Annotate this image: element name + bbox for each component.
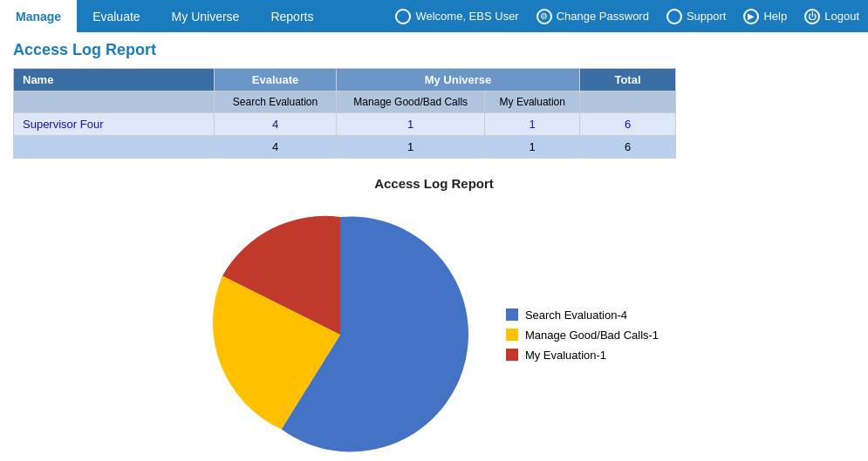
tab-manage[interactable]: Manage [0, 0, 77, 32]
tab-evaluate[interactable]: Evaluate [77, 0, 155, 32]
support-action[interactable]: 👤 Support [658, 0, 735, 32]
col-header-name: Name [14, 69, 215, 92]
person-icon: 👤 [395, 9, 411, 24]
cell-total: 6 [580, 113, 676, 136]
total-myeval-cell: 1 [485, 136, 580, 159]
table-row: Supervisor Four 4 1 1 6 [14, 113, 676, 136]
legend-label-myeval: My Evaluation-1 [525, 349, 606, 362]
col-header-myuniverse: My Universe [337, 69, 580, 92]
legend-color-search [506, 308, 518, 321]
legend-color-myeval [506, 349, 518, 361]
page-title: Access Log Report [13, 41, 855, 59]
legend-item-myeval: My Evaluation-1 [506, 349, 659, 362]
logout-action[interactable]: ⏻ Logout [796, 0, 868, 32]
report-table: Name Evaluate My Universe Total Search E… [13, 68, 676, 159]
cell-name: Supervisor Four [14, 113, 215, 136]
subheader-total [580, 92, 676, 113]
change-password-action[interactable]: ⚙ Change Password [528, 0, 658, 32]
total-evaluate-cell: 4 [215, 136, 337, 159]
help-icon: ▶ [743, 9, 759, 24]
total-manage-cell: 1 [337, 136, 485, 159]
total-total-cell: 6 [580, 136, 676, 159]
col-header-evaluate: Evaluate [215, 69, 337, 92]
pie-chart [209, 204, 471, 461]
welcome-action[interactable]: 👤 Welcome, EBS User [386, 0, 527, 32]
subheader-name [14, 92, 215, 113]
chart-title: Access Log Report [374, 176, 494, 191]
table-total-row: 4 1 1 6 [14, 136, 676, 159]
navbar: Manage Evaluate My Universe Reports 👤 We… [0, 0, 868, 32]
subheader-my-eval: My Evaluation [485, 92, 580, 113]
col-header-total: Total [580, 69, 676, 92]
chart-legend: Search Evaluation-4 Manage Good/Bad Call… [506, 308, 659, 362]
tab-reports[interactable]: Reports [255, 0, 329, 32]
cell-manage-calls: 1 [337, 113, 485, 136]
pie-svg [209, 204, 471, 461]
legend-label-search: Search Evaluation-4 [525, 308, 627, 322]
subheader-search-eval: Search Evaluation [215, 92, 337, 113]
chart-container: Search Evaluation-4 Manage Good/Bad Call… [209, 204, 659, 461]
legend-color-manage [506, 329, 518, 341]
chart-section: Access Log Report [13, 176, 855, 461]
cell-my-evaluation: 1 [485, 113, 580, 136]
subheader-manage-calls: Manage Good/Bad Calls [337, 92, 485, 113]
tab-myuniverse[interactable]: My Universe [156, 0, 256, 32]
cell-evaluate: 4 [215, 113, 337, 136]
gear-icon: ⚙ [537, 9, 552, 24]
content-area: Access Log Report Name Evaluate My Unive… [0, 32, 868, 461]
power-icon: ⏻ [804, 9, 820, 24]
nav-actions: 👤 Welcome, EBS User ⚙ Change Password 👤 … [386, 0, 868, 32]
legend-item-manage: Manage Good/Bad Calls-1 [506, 329, 659, 342]
total-name-cell [14, 136, 215, 159]
help-action[interactable]: ▶ Help [735, 0, 796, 32]
legend-item-search: Search Evaluation-4 [506, 308, 659, 322]
support-icon: 👤 [666, 9, 682, 24]
legend-label-manage: Manage Good/Bad Calls-1 [525, 329, 659, 342]
